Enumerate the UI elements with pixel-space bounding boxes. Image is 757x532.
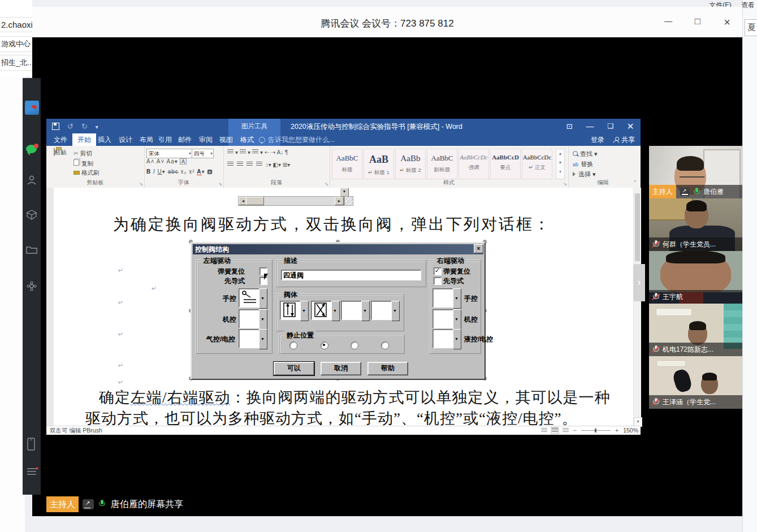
right-pilot-checkbox[interactable] bbox=[434, 277, 442, 285]
style-chip[interactable]: AaBbCcDc↵ 正文 bbox=[522, 149, 552, 179]
paragraph-buttons-row1[interactable]: ▾▾▾ ⇠ ⇢ A↓ ¶ bbox=[226, 149, 327, 155]
tab-file[interactable]: 文件 bbox=[54, 133, 67, 146]
pneu-elec-combo[interactable] bbox=[239, 329, 267, 348]
dropdown-arrow-icon[interactable] bbox=[453, 309, 461, 330]
tab-layout[interactable]: 布局 bbox=[140, 133, 153, 146]
help-button[interactable]: 帮助 bbox=[367, 362, 408, 375]
paragraph-buttons-row2[interactable]: ↕▾ ◧▾ ⊞▾ bbox=[226, 162, 327, 168]
tab-mailings[interactable]: 邮件 bbox=[178, 133, 192, 146]
phone-icon[interactable] bbox=[26, 438, 36, 451]
dropdown-arrow-icon[interactable] bbox=[259, 329, 267, 349]
valve-slot-2-combo[interactable] bbox=[311, 301, 340, 320]
sign-in-link[interactable]: 登录 bbox=[591, 135, 604, 145]
dropdown-arrow-icon[interactable] bbox=[453, 288, 461, 309]
bookmark-item[interactable]: 游戏中心 [ bbox=[0, 36, 33, 52]
font-name-combo[interactable]: 宋体 bbox=[146, 149, 192, 158]
workspace-icon[interactable] bbox=[26, 209, 37, 220]
style-chip[interactable]: AaBbC副标题 bbox=[427, 149, 457, 179]
video-tile[interactable]: 王泽涵（学生党... bbox=[649, 356, 742, 409]
dialog-close-icon[interactable] bbox=[474, 244, 483, 253]
dialog-launcher-icon[interactable] bbox=[139, 181, 143, 187]
collapse-ribbon-icon[interactable] bbox=[633, 180, 637, 185]
undo-icon[interactable] bbox=[67, 121, 73, 131]
style-chip[interactable]: AaBb↵ 标题 2 bbox=[395, 149, 426, 179]
cut-button[interactable]: 剪切 bbox=[73, 150, 92, 158]
tab-insert[interactable]: 插入 bbox=[98, 133, 111, 146]
paste-button[interactable]: 粘贴 bbox=[50, 149, 70, 178]
tell-me-box[interactable]: 告诉我您想要做什么... bbox=[259, 133, 335, 146]
copy-button[interactable]: 复制 bbox=[73, 159, 93, 168]
print-layout-icon[interactable] bbox=[552, 428, 558, 433]
format-painter-button[interactable]: 格式刷 bbox=[73, 169, 100, 177]
tab-view[interactable]: 视图 bbox=[219, 133, 233, 146]
tab-format[interactable]: 格式 bbox=[240, 133, 254, 146]
dialog-launcher-icon[interactable] bbox=[325, 181, 328, 187]
ok-button[interactable]: 可以 bbox=[274, 362, 314, 375]
close-icon[interactable] bbox=[721, 16, 733, 29]
read-mode-icon[interactable] bbox=[541, 428, 547, 433]
zoom-in-icon[interactable]: + bbox=[615, 427, 618, 434]
style-chip[interactable]: AaB↵ 标题 1 bbox=[364, 149, 394, 179]
minimize-icon[interactable] bbox=[662, 16, 674, 29]
font-size-combo[interactable]: 四号 bbox=[192, 149, 214, 158]
dialog-titlebar[interactable]: 控制阀结构 bbox=[193, 244, 483, 254]
dropdown-arrow-icon[interactable] bbox=[361, 301, 370, 321]
dropdown-arrow-icon[interactable] bbox=[259, 288, 267, 309]
folder-icon[interactable] bbox=[26, 245, 37, 254]
right-hydr-elec-combo[interactable] bbox=[432, 329, 461, 348]
bookmark-item[interactable]: 2.chaoxi bbox=[0, 17, 33, 32]
dialog-launcher-icon[interactable] bbox=[218, 181, 222, 187]
dropdown-arrow-icon[interactable] bbox=[453, 329, 461, 349]
rest-position-radio-4[interactable] bbox=[381, 341, 389, 349]
valve-slot-3-combo[interactable] bbox=[341, 301, 370, 320]
zoom-slider[interactable] bbox=[581, 430, 611, 431]
scrollbar-thumb[interactable] bbox=[246, 197, 264, 205]
maximize-icon[interactable] bbox=[691, 16, 704, 29]
avatar[interactable] bbox=[25, 101, 39, 115]
find-button[interactable]: 查找 ▾ bbox=[573, 150, 598, 158]
zoom-slider-thumb[interactable] bbox=[595, 429, 596, 432]
style-chip[interactable]: AaBbCcD要点 bbox=[490, 149, 521, 179]
video-tile[interactable]: 机电172陈新志... bbox=[649, 304, 742, 356]
cancel-button[interactable]: 取消 bbox=[321, 362, 361, 375]
manual-combo[interactable] bbox=[239, 288, 267, 308]
document-area[interactable]: ◄ ► ▼ 为确定换向阀驱动方式，双击换向阀，弹出下列对话框： bbox=[46, 188, 641, 426]
right-spring-return-checkbox[interactable] bbox=[434, 267, 442, 275]
ribbon-display-icon[interactable] bbox=[566, 122, 573, 131]
valve-slot-4-combo[interactable] bbox=[371, 301, 400, 320]
dialog-launcher-icon[interactable] bbox=[563, 181, 567, 187]
tab-home[interactable]: 开始 bbox=[72, 133, 96, 146]
video-tile[interactable]: 王宇航 bbox=[649, 251, 742, 304]
video-tile[interactable]: 主持人 唐伯雁 bbox=[649, 146, 742, 198]
resize-grip[interactable] bbox=[344, 196, 353, 206]
select-button[interactable]: 选择 ▾ bbox=[573, 170, 596, 179]
bookmark-item[interactable]: 招生_北... bbox=[0, 55, 33, 71]
scroll-right-icon[interactable]: ► bbox=[335, 197, 344, 205]
share-button[interactable]: 共享 bbox=[613, 135, 635, 145]
dropdown-arrow-icon[interactable] bbox=[331, 301, 340, 321]
embedded-vertical-scrollbar-end[interactable]: ▼ bbox=[340, 188, 349, 197]
redo-icon[interactable] bbox=[81, 121, 88, 131]
tab-review[interactable]: 审阅 bbox=[199, 133, 213, 146]
font-style-buttons[interactable]: B I U▾ abc x₂ x² A▾ 🅰 bbox=[146, 168, 221, 175]
replace-button[interactable]: 替换 bbox=[573, 160, 593, 168]
background-menu-view[interactable]: 查看 bbox=[741, 1, 755, 9]
dropdown-arrow-icon[interactable] bbox=[259, 309, 267, 330]
word-minimize-icon[interactable] bbox=[586, 122, 594, 131]
embedded-horizontal-scrollbar[interactable]: ◄ ► bbox=[238, 196, 344, 206]
zoom-out-icon[interactable]: − bbox=[573, 427, 577, 434]
scrollbar-thumb[interactable] bbox=[635, 193, 640, 261]
video-panel-collapse-button[interactable] bbox=[633, 264, 645, 301]
word-close-icon[interactable] bbox=[627, 120, 634, 133]
apps-flower-icon[interactable] bbox=[26, 280, 37, 292]
video-tile[interactable]: 何群（学生党员... bbox=[649, 198, 742, 251]
web-layout-icon[interactable] bbox=[563, 428, 569, 433]
styles-gallery-scroll[interactable]: ▲▼▾ bbox=[556, 149, 565, 179]
contacts-icon[interactable] bbox=[26, 175, 37, 185]
description-input[interactable]: 四通阀 bbox=[281, 270, 421, 280]
dropdown-arrow-icon[interactable] bbox=[300, 301, 309, 321]
font-size-buttons[interactable]: A˄ A˅ Aa▾ 🄰 bbox=[146, 158, 221, 165]
word-restore-icon[interactable] bbox=[608, 122, 614, 130]
menu-icon[interactable] bbox=[26, 467, 38, 476]
dropdown-arrow-icon[interactable] bbox=[391, 301, 400, 321]
